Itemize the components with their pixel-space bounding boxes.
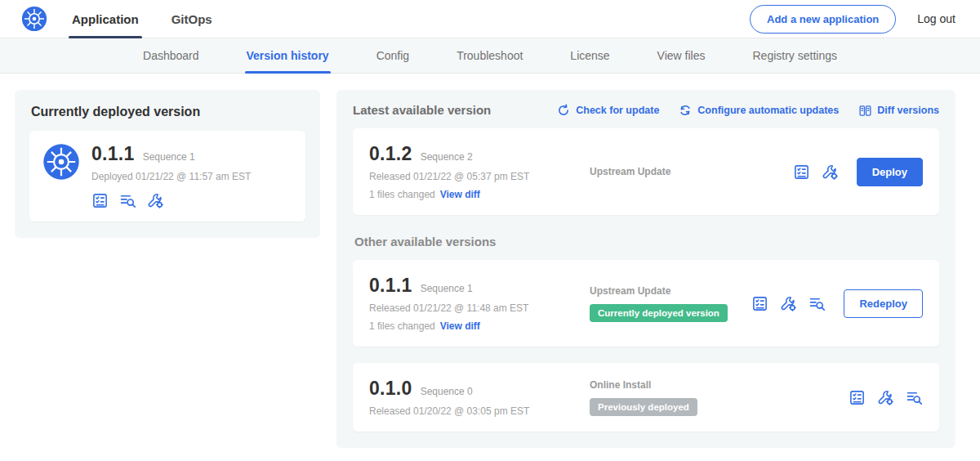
auto-update-icon	[679, 104, 692, 117]
version-row-011: 0.1.1 Sequence 1 Released 01/21/22 @ 11:…	[353, 260, 939, 347]
released-timestamp: Released 01/21/22 @ 05:37 pm EST	[369, 171, 580, 182]
sequence-label: Sequence 0	[421, 386, 473, 397]
app-sub-nav: Dashboard Version history Config Trouble…	[0, 38, 980, 74]
version-source-label: Online Install	[590, 379, 849, 391]
diff-versions-link[interactable]: Diff versions	[858, 104, 939, 117]
deployed-timestamp: Deployed 01/21/22 @ 11:57 am EST	[91, 171, 251, 182]
edit-config-icon[interactable]	[877, 389, 894, 406]
files-changed-label: 1 files changed	[369, 189, 435, 200]
tab-gitops[interactable]: GitOps	[172, 0, 212, 38]
edit-config-icon[interactable]	[822, 163, 839, 181]
app-kubernetes-icon	[42, 143, 80, 181]
currently-deployed-panel: Currently deployed version 0.1.1 Sequenc…	[15, 90, 320, 238]
top-nav: Application GitOps Add a new application…	[0, 0, 980, 38]
edit-config-icon[interactable]	[147, 192, 164, 209]
edit-config-icon[interactable]	[780, 295, 797, 312]
sequence-label: Sequence 2	[421, 151, 473, 163]
subnav-item-dashboard[interactable]: Dashboard	[143, 38, 199, 74]
subnav-item-troubleshoot[interactable]: Troubleshoot	[457, 38, 523, 74]
version-source-label: Upstream Update	[590, 166, 793, 177]
redeploy-button[interactable]: Redeploy	[844, 289, 923, 318]
available-versions-panel: Latest available version Check for updat…	[336, 90, 956, 448]
diff-lines-icon[interactable]	[119, 192, 136, 209]
subnav-item-version-history[interactable]: Version history	[247, 38, 329, 74]
kubernetes-logo-icon	[21, 6, 47, 32]
diff-versions-icon	[858, 104, 871, 117]
previously-deployed-badge: Previously deployed	[590, 398, 697, 416]
version-history-page: Currently deployed version 0.1.1 Sequenc…	[0, 74, 980, 448]
view-diff-link[interactable]: View diff	[440, 320, 480, 332]
sequence-label: Sequence 1	[421, 283, 473, 294]
deployed-sequence-label: Sequence 1	[143, 151, 195, 163]
check-for-update-link[interactable]: Check for update	[557, 104, 659, 117]
version-number: 0.1.0	[369, 378, 412, 400]
refresh-icon	[557, 104, 570, 117]
deployed-version-number: 0.1.1	[91, 143, 135, 165]
logout-link[interactable]: Log out	[917, 12, 956, 25]
deployed-panel-title: Currently deployed version	[31, 105, 305, 119]
release-notes-icon[interactable]	[849, 389, 866, 406]
configure-automatic-updates-link[interactable]: Configure automatic updates	[679, 104, 839, 117]
released-timestamp: Released 01/20/22 @ 03:05 pm EST	[369, 405, 580, 417]
subnav-item-config[interactable]: Config	[376, 38, 409, 74]
files-changed-label: 1 files changed	[369, 320, 435, 332]
version-number: 0.1.2	[369, 143, 412, 165]
subnav-item-registry-settings[interactable]: Registry settings	[753, 38, 837, 74]
subnav-item-license[interactable]: License	[570, 38, 609, 74]
view-diff-link[interactable]: View diff	[440, 189, 480, 200]
release-notes-icon[interactable]	[751, 295, 768, 312]
version-row-010: 0.1.0 Sequence 0 Released 01/20/22 @ 03:…	[353, 363, 939, 432]
deploy-button[interactable]: Deploy	[857, 158, 923, 186]
deployed-version-card: 0.1.1 Sequence 1 Deployed 01/21/22 @ 11:…	[29, 131, 305, 222]
release-notes-icon[interactable]	[793, 163, 810, 181]
diff-lines-icon[interactable]	[906, 389, 923, 406]
subnav-item-view-files[interactable]: View files	[657, 38, 706, 74]
add-new-application-button[interactable]: Add a new application	[750, 5, 896, 34]
release-notes-icon[interactable]	[91, 192, 109, 209]
diff-lines-icon[interactable]	[808, 295, 826, 312]
other-versions-title: Other available versions	[354, 235, 939, 248]
version-row-latest: 0.1.2 Sequence 2 Released 01/21/22 @ 05:…	[353, 128, 939, 215]
currently-deployed-badge: Currently deployed version	[590, 304, 728, 322]
version-source-label: Upstream Update	[590, 285, 751, 297]
released-timestamp: Released 01/21/22 @ 11:48 am EST	[369, 302, 580, 314]
latest-available-title: Latest available version	[353, 103, 491, 117]
tab-application[interactable]: Application	[72, 0, 139, 38]
version-number: 0.1.1	[369, 275, 412, 297]
